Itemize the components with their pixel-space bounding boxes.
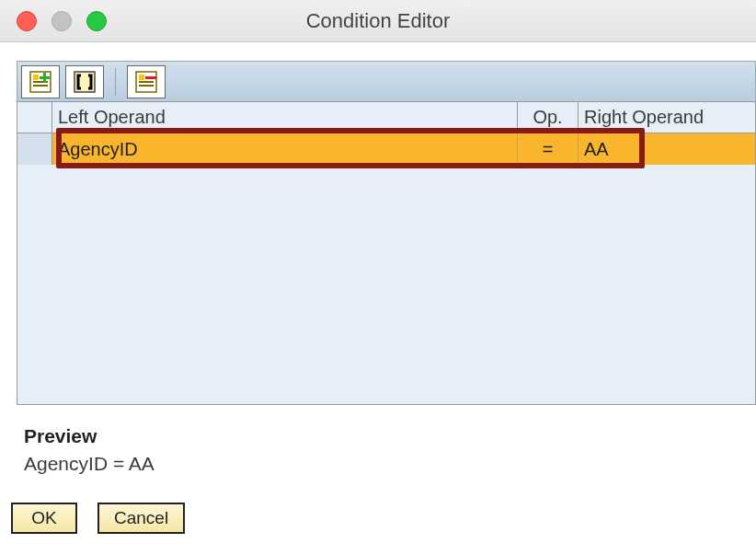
grid-header-marker [17, 102, 52, 133]
svg-rect-11 [145, 76, 156, 79]
close-window-button[interactable] [17, 11, 37, 31]
grid-header-right-operand[interactable]: Right Operand [578, 102, 755, 133]
toolbar-separator [115, 68, 116, 96]
window-titlebar: Condition Editor [0, 0, 756, 42]
operator-cell[interactable]: = [518, 133, 578, 165]
svg-rect-5 [40, 76, 50, 79]
svg-rect-8 [139, 75, 144, 80]
grid-header-operator[interactable]: Op. [518, 102, 578, 133]
add-row-icon [28, 69, 53, 95]
remove-row-icon [133, 69, 159, 95]
preview-section: Preview AgencyID = AA [24, 425, 756, 475]
preview-expression: AgencyID = AA [24, 453, 756, 475]
right-operand-cell[interactable]: AA [578, 133, 755, 165]
add-row-button[interactable] [21, 65, 60, 98]
row-marker[interactable] [17, 133, 52, 165]
left-operand-cell[interactable]: AgencyID [52, 133, 518, 165]
svg-rect-3 [33, 85, 48, 87]
grid-header-row: Left Operand Op. Right Operand [17, 102, 755, 133]
remove-row-button[interactable] [127, 65, 166, 98]
editor-workspace: Left Operand Op. Right Operand AgencyID … [17, 61, 756, 405]
preview-label: Preview [24, 425, 756, 447]
cancel-button[interactable]: Cancel [97, 503, 185, 534]
window-title: Condition Editor [0, 9, 756, 33]
brackets-button[interactable] [65, 65, 104, 98]
condition-grid: Left Operand Op. Right Operand AgencyID … [17, 101, 756, 405]
window-controls [17, 11, 107, 31]
toolbar [17, 61, 756, 101]
minimize-window-button[interactable] [52, 11, 72, 31]
condition-row[interactable]: AgencyID = AA [17, 133, 755, 165]
svg-rect-1 [33, 75, 39, 80]
grid-header-left-operand[interactable]: Left Operand [52, 102, 518, 133]
dialog-buttons: OK Cancel [11, 503, 756, 534]
svg-rect-10 [139, 85, 154, 87]
ok-button[interactable]: OK [11, 503, 77, 534]
brackets-icon [72, 69, 97, 95]
svg-rect-9 [139, 81, 154, 83]
zoom-window-button[interactable] [86, 11, 107, 31]
